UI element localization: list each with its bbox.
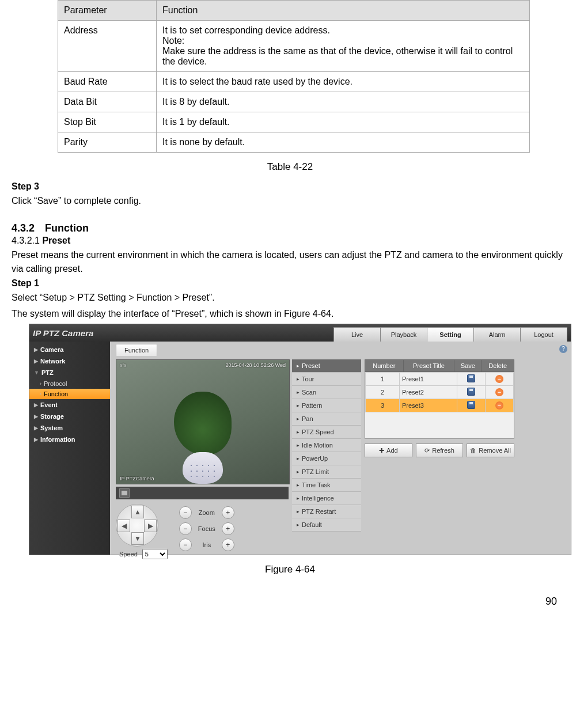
iris-plus-button[interactable]: + [222,539,234,551]
sidebar-label: Event [40,401,58,408]
dpad-down[interactable]: ▼ [131,532,144,545]
func-item-label: Time Task [302,481,331,488]
save-icon[interactable] [467,374,475,382]
video-preview[interactable]: sfs 2015-04-28 10:52:26 Wed IP PTZCamera [116,359,290,484]
chevron-right-icon: ▶ [34,437,38,442]
focus-plus-button[interactable]: + [222,522,234,535]
func-item-label: Default [302,521,322,528]
chevron-right-icon: ▸ [297,495,300,501]
sidebar-item-information[interactable]: ▶Information [29,434,110,445]
chevron-right-icon: › [40,381,41,386]
top-tab-setting[interactable]: Setting [427,327,474,342]
iris-minus-button[interactable]: − [179,539,192,551]
zoom-minus-button[interactable]: − [179,506,192,519]
sidebar-item-system[interactable]: ▶System [29,422,110,434]
top-tab-live[interactable]: Live [333,327,381,342]
chevron-right-icon: ▸ [297,429,300,435]
func-item-label: Tour [302,376,314,382]
top-tab-alarm[interactable]: Alarm [473,327,521,342]
sidebar-label: Storage [40,413,64,420]
func-item-ptz-limit[interactable]: ▸PTZ Limit [292,465,361,479]
save-icon[interactable] [467,388,475,396]
sidebar-label: System [40,424,63,431]
sidebar-label: Camera [40,346,63,353]
chevron-right-icon: ▸ [297,482,300,488]
func-item-pan[interactable]: ▸Pan [292,412,361,426]
table-cell-param: Baud Rate [58,72,157,92]
app-header: IP PTZ Camera LivePlaybackSettingAlarmLo… [29,324,571,342]
chevron-right-icon: ▸ [297,416,300,422]
func-item-tour[interactable]: ▸Tour [292,373,361,386]
delete-icon[interactable]: − [495,401,503,410]
func-item-default[interactable]: ▸Default [292,518,361,532]
func-item-ptz-restart[interactable]: ▸PTZ Restart [292,505,361,518]
func-item-label: Intelligence [302,495,334,502]
chevron-right-icon: ▸ [297,522,300,528]
func-item-ptz-speed[interactable]: ▸PTZ Speed [292,426,361,439]
sidebar-item-camera[interactable]: ▶Camera [29,344,110,355]
speed-select[interactable]: 5 [142,549,168,559]
remove-all-button[interactable]: 🗑Remove All [467,443,514,457]
table-cell-param: Stop Bit [58,112,157,132]
preset-number: 1 [366,373,400,386]
sidebar-item-network[interactable]: ▶Network [29,355,110,367]
func-item-intelligence[interactable]: ▸Intelligence [292,492,361,505]
preset-row[interactable]: 1Preset1− [366,373,514,386]
zoom-row-iris: −Iris+ [179,539,234,551]
step3-body: Click “Save” to complete config. [12,194,568,208]
func-item-idle-motion[interactable]: ▸Idle Motion [292,439,361,452]
table-header-function: Function [157,1,530,21]
sidebar: ▶Camera▶Network▼PTZ›Protocol›Function▶Ev… [29,342,110,555]
video-block: sfs 2015-04-28 10:52:26 Wed IP PTZCamera [116,359,289,559]
chevron-right-icon: ▸ [297,456,300,461]
video-mode-button[interactable] [119,488,130,498]
func-item-powerup[interactable]: ▸PowerUp [292,452,361,465]
preset-row[interactable]: 2Preset2− [366,386,514,399]
preset-row[interactable]: 3Preset3− [366,399,514,412]
sidebar-item-event[interactable]: ▶Event [29,399,110,411]
sidebar-subitem-function[interactable]: ›Function [29,389,110,399]
plus-icon: ✚ [379,447,384,454]
screenshot: IP PTZ Camera LivePlaybackSettingAlarmLo… [29,324,571,555]
func-item-label: Idle Motion [302,442,333,449]
func-item-scan[interactable]: ▸Scan [292,386,361,399]
func-item-preset[interactable]: ▸Preset [292,359,361,373]
top-tab-playback[interactable]: Playback [380,327,427,342]
top-tab-logout[interactable]: Logout [520,327,567,342]
func-item-time-task[interactable]: ▸Time Task [292,479,361,492]
func-item-label: PowerUp [302,455,328,462]
table-cell-func: It is to select the baud rate used by th… [157,72,530,92]
chevron-right-icon: ▸ [297,363,300,369]
chevron-right-icon: ▶ [34,358,38,364]
table-cell-param: Address [58,21,157,72]
sidebar-subitem-protocol[interactable]: ›Protocol [29,378,110,389]
preset-save-cell [457,386,486,399]
sidebar-item-storage[interactable]: ▶Storage [29,411,110,422]
dpad-left[interactable]: ◀ [117,520,130,532]
video-overlay-tl: sfs [120,362,127,368]
delete-icon[interactable]: − [495,388,503,396]
func-item-pattern[interactable]: ▸Pattern [292,399,361,412]
section-title: Preset [42,236,70,245]
video-overlay-channel: IP PTZCamera [120,476,154,481]
add-button[interactable]: ✚Add [365,443,412,457]
content-tab-function[interactable]: Function [116,344,157,356]
chevron-right-icon: ▶ [34,402,38,408]
preset-delete-cell: − [486,373,514,386]
chevron-right-icon: ▶ [34,347,38,352]
func-item-label: Pattern [302,402,322,409]
sidebar-item-ptz[interactable]: ▼PTZ [29,367,110,378]
table-row: Data BitIt is 8 by default. [58,92,530,112]
dpad-up[interactable]: ▲ [131,506,144,518]
save-icon[interactable] [467,401,475,409]
refresh-button[interactable]: ⟳Refresh [416,443,464,457]
dpad-right[interactable]: ▶ [144,520,157,532]
refresh-button-label: Refresh [432,447,454,454]
focus-minus-button[interactable]: − [179,522,192,535]
help-icon[interactable]: ? [559,345,567,353]
zoom-plus-button[interactable]: + [222,506,234,519]
delete-icon[interactable]: − [495,375,503,383]
preset-header-number: Number [365,360,404,372]
chevron-right-icon: › [40,391,41,397]
preset-save-cell [457,373,486,386]
